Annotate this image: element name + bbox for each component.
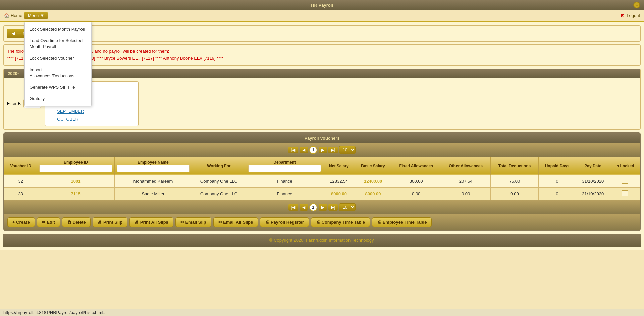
cell-pay-date: 31/10/2020 — [576, 187, 610, 200]
first-page-button-bottom[interactable]: |◀ — [288, 204, 298, 211]
cell-other-allowances: 207.54 — [441, 175, 490, 187]
col-header-working-for: Working For — [192, 157, 246, 175]
logout-button[interactable]: ✖ Logout — [620, 13, 640, 18]
main-content: ◀ — Pa... The following employees has no… — [0, 22, 644, 250]
home-link[interactable]: 🏠 Home — [4, 13, 22, 18]
print-all-slips-button[interactable]: 🖨 Print All Slips — [129, 217, 173, 227]
vouchers-title: Payroll Vouchers — [304, 136, 339, 141]
menu-arrow-icon: ▼ — [40, 13, 44, 18]
menu-item-lock-month[interactable]: Lock Selected Month Payroll — [25, 24, 91, 35]
period-header-label: 2020- — [8, 71, 19, 76]
logout-label: Logout — [627, 13, 640, 18]
status-bar: https://hrpayroll.fit:8181/HRPayroll/pay… — [0, 309, 644, 316]
filter-department[interactable] — [248, 165, 321, 172]
tree-month-september[interactable]: SEPTEMBER — [48, 107, 136, 115]
delete-button[interactable]: 🗑 Delete — [62, 217, 91, 227]
last-page-button-bottom[interactable]: ▶| — [328, 204, 338, 211]
pagination-top: |◀ ◀ 1 ▶ ▶| 10 25 50 — [4, 143, 640, 157]
copyright-text: © Copyright 2020, Fakhruddin Information… — [269, 238, 375, 243]
create-button[interactable]: + Create — [7, 217, 35, 227]
home-icon: 🏠 — [4, 13, 9, 18]
cell-net-salary: 12832.54 — [323, 175, 355, 187]
col-header-net-salary: Net Salary — [323, 157, 355, 175]
footer: © Copyright 2020, Fakhruddin Information… — [3, 234, 641, 247]
cell-voucher-id: 32 — [4, 175, 37, 187]
dropdown-menu: Lock Selected Month Payroll Load Overtim… — [24, 22, 92, 106]
menu-container: Menu ▼ Lock Selected Month Payroll Load … — [24, 12, 48, 19]
arrow-left-icon: ◀ — [12, 31, 15, 36]
next-page-button-bottom[interactable]: ▶ — [319, 204, 327, 211]
filter-employee-name[interactable] — [117, 165, 190, 172]
cell-total-deductions: 75.00 — [491, 175, 538, 187]
col-header-department: Department — [246, 157, 323, 175]
per-page-select[interactable]: 10 25 50 — [339, 146, 356, 154]
warning-section: The following employees has no salary da… — [3, 44, 641, 66]
vouchers-table: Voucher ID Employee ID Employee Name Wor… — [4, 157, 640, 200]
cell-net-salary: 8000.00 — [323, 187, 355, 200]
title-bar: HR Payroll – — [0, 0, 644, 10]
col-header-voucher-id: Voucher ID — [4, 157, 37, 175]
payroll-header: ◀ — Pa... — [3, 25, 641, 42]
action-buttons: + Create ✏ Edit 🗑 Delete 🖨 Print Slip 🖨 … — [4, 214, 640, 230]
col-header-is-locked: Is Locked — [610, 157, 640, 175]
col-header-basic-salary: Basic Salary — [355, 157, 391, 175]
is-locked-checkbox[interactable] — [622, 190, 628, 196]
cell-employee-name: Mohammed Kareem — [114, 175, 192, 187]
cell-fixed-allowances: 0.00 — [391, 187, 441, 200]
minimize-button[interactable]: – — [633, 2, 640, 8]
cell-is-locked — [610, 187, 640, 200]
menu-item-import-allowances[interactable]: Import Allowances/Deductions — [25, 64, 91, 82]
period-section: 2020- Filter B All 2017 2019 — [3, 69, 641, 130]
menu-item-gratuity[interactable]: Gratuity — [25, 93, 91, 104]
vouchers-header: Payroll Vouchers — [4, 133, 640, 143]
status-url: https://hrpayroll.fit:8181/HRPayroll/pay… — [3, 310, 106, 315]
email-all-slips-button[interactable]: ✉ Email All Slips — [213, 217, 258, 227]
col-header-fixed-allowances: Fixed Allowances — [391, 157, 441, 175]
menu-item-load-overtime[interactable]: Load Overtime for Selected Month Payroll — [25, 35, 91, 52]
col-header-employee-id: Employee ID — [37, 157, 114, 175]
cell-other-allowances: 0.00 — [441, 187, 490, 200]
col-header-unpaid-days: Unpaid Days — [538, 157, 576, 175]
warning-text-line2: **** [7111] **** Rolando Sampson EE# [71… — [7, 55, 637, 62]
logout-icon: ✖ — [620, 13, 624, 18]
menu-item-generate-wps[interactable]: Generate WPS SIF File — [25, 82, 91, 93]
last-page-button[interactable]: ▶| — [328, 147, 338, 153]
per-page-select-bottom[interactable]: 10 25 50 — [339, 203, 356, 211]
nav-left: 🏠 Home Menu ▼ Lock Selected Month Payrol… — [4, 12, 48, 19]
col-header-pay-date: Pay Date — [576, 157, 610, 175]
cell-employee-id: 7115 — [37, 187, 114, 200]
cell-working-for: Company One LLC — [192, 175, 246, 187]
payroll-register-button[interactable]: 🖨 Payroll Register — [260, 217, 309, 227]
nav-bar: 🏠 Home Menu ▼ Lock Selected Month Payrol… — [0, 10, 644, 22]
next-page-button[interactable]: ▶ — [319, 147, 327, 153]
email-slip-button[interactable]: ✉ Email Slip — [175, 217, 211, 227]
edit-button[interactable]: ✏ Edit — [37, 217, 60, 227]
prev-page-button-bottom[interactable]: ◀ — [300, 204, 308, 211]
cell-department: Finance — [246, 187, 323, 200]
pagination-bottom: |◀ ◀ 1 ▶ ▶| 10 25 50 — [4, 200, 640, 214]
col-header-employee-name: Employee Name — [114, 157, 192, 175]
prev-page-button[interactable]: ◀ — [300, 147, 308, 153]
tree-month-october[interactable]: OCTOBER — [48, 115, 136, 123]
nav-right: ✖ Logout — [620, 13, 640, 18]
current-page-indicator-bottom: 1 — [309, 203, 317, 211]
company-time-table-button[interactable]: 🖨 Company Time Table — [311, 217, 370, 227]
table-row: 32 1001 Mohammed Kareem Company One LLC … — [4, 175, 640, 187]
table-row: 33 7115 Sadie Miller Company One LLC Fin… — [4, 187, 640, 200]
is-locked-checkbox[interactable] — [622, 178, 628, 184]
print-slip-button[interactable]: 🖨 Print Slip — [93, 217, 127, 227]
cell-unpaid-days: 0 — [538, 175, 576, 187]
period-body: Filter B All 2017 2019 — [4, 78, 640, 129]
filter-employee-id[interactable] — [39, 165, 112, 172]
cell-employee-name: Sadie Miller — [114, 187, 192, 200]
menu-button[interactable]: Menu ▼ — [24, 12, 48, 19]
employee-time-table-button[interactable]: 🖨 Employee Time Table — [372, 217, 432, 227]
col-header-other-allowances: Other Allowances — [441, 157, 490, 175]
cell-basic-salary: 12400.00 — [355, 175, 391, 187]
filter-label: Filter B — [7, 101, 21, 106]
cell-is-locked — [610, 175, 640, 187]
first-page-button[interactable]: |◀ — [288, 147, 298, 153]
menu-item-lock-voucher[interactable]: Lock Selected Voucher — [25, 53, 91, 64]
app-title: HR Payroll — [311, 3, 333, 8]
cell-employee-id: 1001 — [37, 175, 114, 187]
